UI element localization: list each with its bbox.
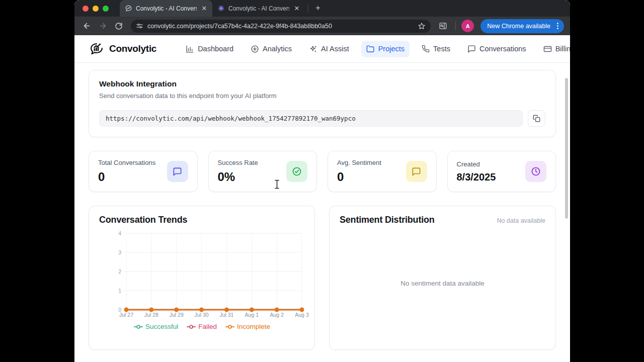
webhook-title: Webhook Integration — [99, 79, 545, 88]
minimize-window-button[interactable] — [93, 6, 99, 12]
chrome-update-button[interactable]: New Chrome available — [480, 19, 564, 33]
url-text: convolytic.com/projects/7ca57b4c-4a22-42… — [147, 23, 418, 30]
copy-icon — [533, 115, 540, 122]
stat-label: Total Conversations — [98, 159, 155, 166]
convolytic-favicon — [125, 5, 132, 12]
app-navbar: Convolytic Dashboard Analytics — [74, 35, 570, 63]
phone-icon — [422, 45, 430, 53]
site-settings-icon — [136, 22, 143, 30]
chat-icon — [467, 45, 476, 53]
clock-icon — [525, 161, 546, 182]
trends-title: Conversation Trends — [99, 215, 304, 225]
legend-label: Failed — [198, 323, 217, 330]
nav-items: Dashboard Analytics AI Assist — [181, 41, 570, 57]
stat-value: 0 — [337, 170, 381, 184]
check-circle-icon — [286, 161, 307, 182]
main-content: Webhook Integration Send conversation da… — [74, 63, 570, 350]
legend-label: Successful — [145, 323, 178, 330]
svg-text:Aug 2: Aug 2 — [270, 312, 284, 318]
nav-item-tests[interactable]: Tests — [417, 41, 455, 57]
trends-line-chart: 01234Jul 27Jul 28Jul 29Jul 30Jul 31Aug 1… — [99, 230, 304, 321]
nav-item-ai-assist[interactable]: AI Assist — [304, 41, 354, 57]
legend-label: Incomplete — [237, 323, 270, 330]
nav-label: Analytics — [263, 45, 292, 53]
maximize-window-button[interactable] — [103, 6, 109, 12]
chat-bubble-icon — [167, 161, 188, 182]
svg-text:Jul 30: Jul 30 — [195, 312, 209, 318]
credit-card-icon — [543, 45, 552, 53]
reload-icon — [115, 22, 123, 30]
nav-item-dashboard[interactable]: Dashboard — [181, 41, 238, 57]
nav-label: Projects — [378, 45, 405, 53]
stat-value: 0 — [98, 170, 155, 184]
scrollbar-thumb[interactable] — [565, 78, 568, 219]
browser-window: Convolytic - AI Conversation ✕ Convolyti… — [74, 0, 570, 362]
toolbar-divider — [455, 22, 456, 31]
stat-label: Success Rate — [218, 159, 258, 166]
svg-text:Jul 31: Jul 31 — [219, 312, 233, 318]
nav-item-conversations[interactable]: Conversations — [462, 41, 531, 57]
stat-avg-sentiment: Avg. Sentiment 0 — [328, 151, 437, 192]
bar-chart-icon — [186, 45, 194, 53]
brand[interactable]: Convolytic — [89, 42, 156, 56]
menu-kebab-icon[interactable] — [554, 23, 561, 29]
new-tab-button[interactable]: + — [311, 2, 325, 15]
nav-label: AI Assist — [321, 45, 349, 53]
bookmark-star-icon[interactable] — [418, 22, 426, 30]
legend-item-failed[interactable]: Failed — [186, 323, 217, 330]
address-bar[interactable]: convolytic.com/projects/7ca57b4c-4a22-42… — [131, 20, 431, 33]
browser-tab-1[interactable]: Convolytic - AI Conversation ✕ — [120, 0, 212, 17]
legend-marker-icon — [133, 324, 143, 330]
tab-strip: Convolytic - AI Conversation ✕ Convolyti… — [74, 0, 570, 17]
tab-separator — [308, 5, 308, 13]
tab-title: Convolytic - AI Conversation — [228, 5, 289, 12]
svg-text:Jul 29: Jul 29 — [170, 312, 184, 318]
reload-button[interactable] — [112, 19, 126, 33]
close-tab-icon[interactable]: ✕ — [200, 5, 208, 13]
back-button[interactable] — [79, 19, 94, 33]
close-window-button[interactable] — [83, 6, 89, 12]
webhook-url-input[interactable] — [99, 110, 523, 127]
legend-item-incomplete[interactable]: Incomplete — [225, 323, 270, 330]
nav-label: Billing — [555, 45, 570, 53]
folder-icon — [366, 45, 375, 53]
svg-text:3: 3 — [118, 249, 121, 255]
nav-item-projects[interactable]: Projects — [361, 41, 410, 57]
screen: Convolytic - AI Conversation ✕ Convolyti… — [0, 0, 644, 362]
svg-text:1: 1 — [118, 288, 121, 294]
window-controls — [83, 6, 109, 12]
legend-item-successful[interactable]: Successful — [133, 323, 178, 330]
copy-webhook-button[interactable] — [528, 110, 545, 127]
side-panel-search-icon — [439, 22, 447, 30]
stat-created: Created 8/3/2025 — [447, 151, 556, 192]
close-tab-icon[interactable]: ✕ — [293, 5, 301, 13]
nav-label: Conversations — [479, 45, 526, 53]
vite-favicon — [217, 5, 225, 12]
sentiment-status: No data available — [497, 217, 545, 224]
webhook-card: Webhook Integration Send conversation da… — [89, 70, 556, 137]
browser-toolbar: convolytic.com/projects/7ca57b4c-4a22-42… — [74, 17, 570, 35]
circle-plus-icon — [251, 45, 259, 53]
stats-row: Total Conversations 0 Success Rate 0% — [89, 151, 556, 192]
sentiment-distribution-card: Sentiment Distribution No data available… — [329, 206, 556, 350]
tab-title: Convolytic - AI Conversation — [136, 5, 197, 12]
sentiment-empty-message: No sentiment data available — [400, 280, 485, 287]
browser-tab-2[interactable]: Convolytic - AI Conversation ✕ — [212, 0, 305, 17]
nav-label: Tests — [433, 45, 450, 53]
nav-item-billing[interactable]: Billing — [538, 41, 570, 57]
update-label: New Chrome available — [487, 23, 550, 30]
back-icon — [83, 22, 91, 30]
forward-button[interactable] — [96, 19, 110, 33]
stat-label: Created — [457, 160, 496, 168]
legend-marker-icon — [186, 324, 196, 330]
svg-text:Aug 3: Aug 3 — [295, 312, 309, 318]
stat-value: 0% — [218, 170, 258, 184]
convolytic-logo-icon — [89, 42, 105, 56]
nav-item-analytics[interactable]: Analytics — [246, 41, 297, 57]
stat-success-rate: Success Rate 0% — [208, 151, 317, 192]
svg-text:4: 4 — [118, 230, 121, 236]
svg-text:Aug 1: Aug 1 — [245, 312, 259, 318]
chrome-profile-avatar[interactable]: A — [461, 20, 474, 32]
legend-marker-icon — [225, 324, 235, 330]
side-panel-search-button[interactable] — [436, 19, 450, 33]
